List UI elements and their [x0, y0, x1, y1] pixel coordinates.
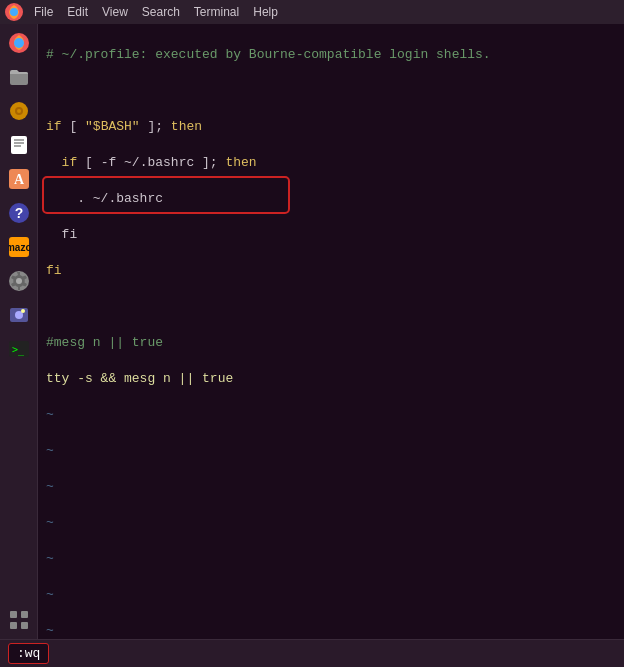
- menu-file[interactable]: File: [28, 3, 59, 21]
- svg-rect-28: [21, 622, 28, 629]
- svg-text:?: ?: [14, 205, 23, 221]
- statusbar: :wq: [0, 639, 624, 667]
- menu-help[interactable]: Help: [247, 3, 284, 21]
- sidebar-icon-fonts[interactable]: A: [4, 164, 34, 194]
- editor-text: # ~/.profile: executed by Bourne-compati…: [38, 24, 624, 639]
- app-logo-icon: [4, 2, 24, 22]
- svg-rect-8: [11, 136, 27, 154]
- sidebar-icon-photos[interactable]: [4, 300, 34, 330]
- sidebar-icon-help[interactable]: ?: [4, 198, 34, 228]
- vim-command: :wq: [8, 643, 49, 664]
- sidebar-icon-settings[interactable]: [4, 266, 34, 296]
- svg-point-19: [16, 278, 22, 284]
- sidebar: A ? amazon >_: [0, 24, 38, 639]
- main-area: A ? amazon >_: [0, 24, 624, 639]
- svg-point-7: [17, 109, 21, 113]
- svg-point-1: [10, 8, 18, 16]
- menu-search[interactable]: Search: [136, 3, 186, 21]
- sidebar-icon-files[interactable]: [4, 62, 34, 92]
- sidebar-icon-terminal[interactable]: >_: [4, 334, 34, 364]
- svg-rect-25: [10, 611, 17, 618]
- sidebar-icon-music[interactable]: [4, 96, 34, 126]
- sidebar-icon-texteditor[interactable]: [4, 130, 34, 160]
- svg-text:amazon: amazon: [8, 242, 30, 253]
- menubar: File Edit View Search Terminal Help: [0, 0, 624, 24]
- menubar-items: File Edit View Search Terminal Help: [28, 3, 284, 21]
- sidebar-icon-firefox[interactable]: [4, 28, 34, 58]
- menu-edit[interactable]: Edit: [61, 3, 94, 21]
- svg-text:A: A: [13, 172, 24, 187]
- svg-rect-27: [10, 622, 17, 629]
- sidebar-icon-appgrid[interactable]: [4, 605, 34, 635]
- editor[interactable]: # ~/.profile: executed by Bourne-compati…: [38, 24, 624, 639]
- svg-text:>_: >_: [12, 344, 25, 356]
- svg-point-22: [21, 309, 25, 313]
- menu-terminal[interactable]: Terminal: [188, 3, 245, 21]
- svg-rect-26: [21, 611, 28, 618]
- svg-point-3: [14, 38, 24, 48]
- sidebar-icon-amazon[interactable]: amazon: [4, 232, 34, 262]
- menu-view[interactable]: View: [96, 3, 134, 21]
